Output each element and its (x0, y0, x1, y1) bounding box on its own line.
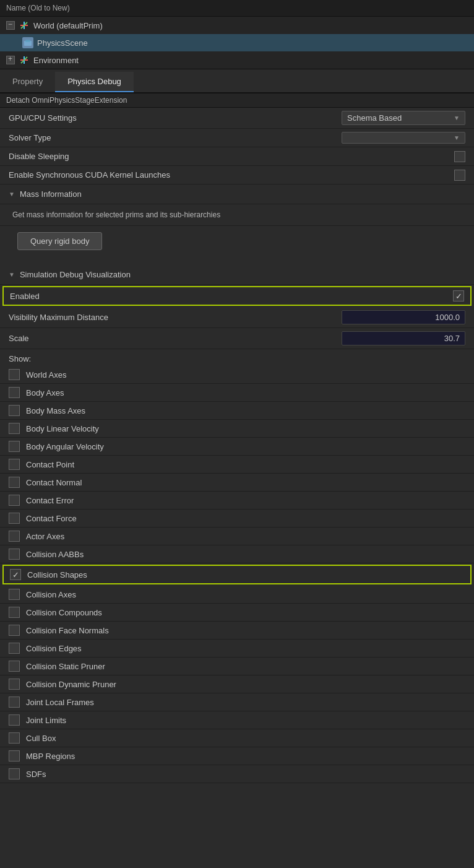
environment-label: Environment (33, 56, 79, 65)
checkbox-label-joint-local-frames: Joint Local Frames (26, 698, 94, 707)
checkbox-row-collision-face-normals: Collision Face Normals (0, 622, 474, 640)
gpu-cpu-dropdown-arrow: ▼ (454, 115, 460, 121)
checkbox-contact-point[interactable] (9, 459, 20, 470)
checkbox-label-world-axes: World Axes (26, 370, 67, 380)
checkbox-joint-local-frames[interactable] (9, 697, 20, 708)
checkbox-label-joint-limits: Joint Limits (26, 716, 66, 725)
checkbox-collision-aabbs[interactable] (9, 549, 20, 560)
checkbox-label-collision-compounds: Collision Compounds (26, 608, 102, 617)
checkbox-row-collision-aabbs: Collision AABBs (0, 545, 474, 563)
checkbox-mbp-regions[interactable] (9, 750, 20, 762)
visibility-max-distance-label: Visibility Maximum Distance (9, 313, 337, 322)
checkbox-body-angular-velocity[interactable] (9, 441, 20, 452)
checkbox-row-contact-force: Contact Force (0, 510, 474, 527)
sync-cuda-row: Enable Synchronous CUDA Kernel Launches (0, 166, 474, 184)
checkbox-row-joint-limits: Joint Limits (0, 711, 474, 729)
checkbox-label-collision-axes: Collision Axes (26, 590, 76, 599)
checkbox-body-mass-axes[interactable] (9, 405, 20, 416)
checkbox-contact-normal[interactable] (9, 477, 20, 488)
gpu-cpu-row: GPU/CPU Settings Schema Based ▼ (0, 108, 474, 129)
checkbox-label-body-linear-velocity: Body Linear Velocity (26, 424, 99, 433)
checkbox-body-axes[interactable] (9, 387, 20, 398)
checkbox-joint-limits[interactable] (9, 714, 20, 726)
checkbox-label-collision-shapes: Collision Shapes (27, 570, 87, 579)
enabled-checkbox[interactable] (453, 290, 464, 302)
checkbox-actor-axes[interactable] (9, 531, 20, 542)
scale-row: Scale 30.7 (0, 328, 474, 349)
tree-sort-label: Name (Old to New) (6, 4, 70, 12)
tree-header: Name (Old to New) (0, 0, 474, 17)
query-rigid-body-button[interactable]: Query rigid body (17, 232, 102, 250)
scene-icon (22, 37, 33, 48)
checkbox-row-collision-edges: Collision Edges (0, 640, 474, 658)
disable-sleeping-label: Disable Sleeping (9, 152, 449, 161)
expand-plus-icon[interactable] (6, 56, 15, 64)
checkbox-row-mbp-regions: MBP Regions (0, 747, 474, 765)
enabled-row: Enabled (2, 286, 472, 306)
expand-minus-icon[interactable] (6, 21, 15, 30)
gpu-cpu-dropdown[interactable]: Schema Based ▼ (342, 111, 465, 125)
checkbox-contact-force[interactable] (9, 513, 20, 524)
checkbox-body-linear-velocity[interactable] (9, 423, 20, 434)
checkbox-collision-face-normals[interactable] (9, 625, 20, 636)
checkbox-collision-static-pruner[interactable] (9, 661, 20, 672)
tree-item-environment[interactable]: Environment (0, 51, 474, 69)
checkbox-label-body-angular-velocity: Body Angular Velocity (26, 442, 104, 451)
visibility-max-distance-value[interactable]: 1000.0 (342, 310, 465, 324)
checkbox-collision-compounds[interactable] (9, 607, 20, 618)
disable-sleeping-checkbox[interactable] (454, 151, 465, 162)
checkbox-cull-box[interactable] (9, 732, 20, 744)
show-label: Show: (0, 349, 474, 366)
checkbox-row-collision-dynamic-pruner: Collision Dynamic Pruner (0, 675, 474, 693)
tree-item-physics-scene[interactable]: PhysicsScene (0, 34, 474, 51)
checkbox-sdfs[interactable] (9, 768, 20, 779)
xform-icon (19, 20, 30, 31)
checkbox-label-collision-dynamic-pruner: Collision Dynamic Pruner (26, 680, 116, 689)
checkbox-contact-error[interactable] (9, 495, 20, 506)
mass-info-description: Get mass information for selected prims … (0, 204, 474, 226)
checkbox-label-collision-face-normals: Collision Face Normals (26, 626, 109, 635)
tree-area: World (defaultPrim) PhysicsScene Environ… (0, 17, 474, 69)
checkbox-label-contact-point: Contact Point (26, 460, 74, 469)
tree-item-world[interactable]: World (defaultPrim) (0, 17, 474, 34)
scale-value[interactable]: 30.7 (342, 331, 465, 345)
checkbox-label-cull-box: Cull Box (26, 734, 56, 743)
checkbox-list: World AxesBody AxesBody Mass AxesBody Li… (0, 366, 474, 783)
checkbox-row-collision-axes: Collision Axes (0, 586, 474, 604)
checkbox-collision-axes[interactable] (9, 589, 20, 600)
mass-section-header[interactable]: ▼ Mass Information (0, 184, 474, 204)
solver-type-dropdown-arrow: ▼ (454, 134, 460, 141)
solver-type-dropdown[interactable]: ▼ (342, 132, 465, 144)
tab-physics-debug[interactable]: Physics Debug (55, 72, 134, 92)
checkbox-label-sdfs: SDFs (26, 770, 46, 779)
checkbox-label-contact-force: Contact Force (26, 514, 77, 523)
checkbox-row-body-axes: Body Axes (0, 384, 474, 402)
sim-section-arrow: ▼ (9, 271, 15, 278)
checkbox-label-collision-static-pruner: Collision Static Pruner (26, 662, 105, 671)
checkbox-row-world-axes: World Axes (0, 366, 474, 384)
checkbox-row-contact-point: Contact Point (0, 456, 474, 474)
xform-icon-env (19, 54, 30, 66)
checkbox-row-body-angular-velocity: Body Angular Velocity (0, 438, 474, 456)
checkbox-collision-edges[interactable] (9, 643, 20, 654)
sim-section-header[interactable]: ▼ Simulation Debug Visualization (0, 265, 474, 285)
checkbox-row-joint-local-frames: Joint Local Frames (0, 693, 474, 711)
checkbox-label-collision-aabbs: Collision AABBs (26, 550, 84, 559)
checkbox-world-axes[interactable] (9, 369, 20, 380)
checkbox-label-contact-normal: Contact Normal (26, 478, 82, 487)
checkbox-collision-dynamic-pruner[interactable] (9, 679, 20, 690)
tab-property[interactable]: Property (0, 72, 55, 92)
panel: Detach OmniPhysicsStageExtension GPU/CPU… (0, 93, 474, 783)
sync-cuda-label: Enable Synchronous CUDA Kernel Launches (9, 170, 449, 180)
visibility-max-distance-row: Visibility Maximum Distance 1000.0 (0, 307, 474, 328)
sim-section-title: Simulation Debug Visualization (20, 270, 131, 279)
sync-cuda-checkbox[interactable] (454, 170, 465, 181)
checkbox-row-sdfs: SDFs (0, 765, 474, 783)
mass-section-arrow: ▼ (9, 191, 15, 197)
checkbox-row-cull-box: Cull Box (0, 729, 474, 747)
checkbox-row-collision-compounds: Collision Compounds (0, 604, 474, 622)
checkbox-row-contact-normal: Contact Normal (0, 474, 474, 492)
scale-label: Scale (9, 334, 337, 343)
checkbox-collision-shapes[interactable]: ✓ (10, 569, 21, 580)
checkbox-row-contact-error: Contact Error (0, 492, 474, 510)
